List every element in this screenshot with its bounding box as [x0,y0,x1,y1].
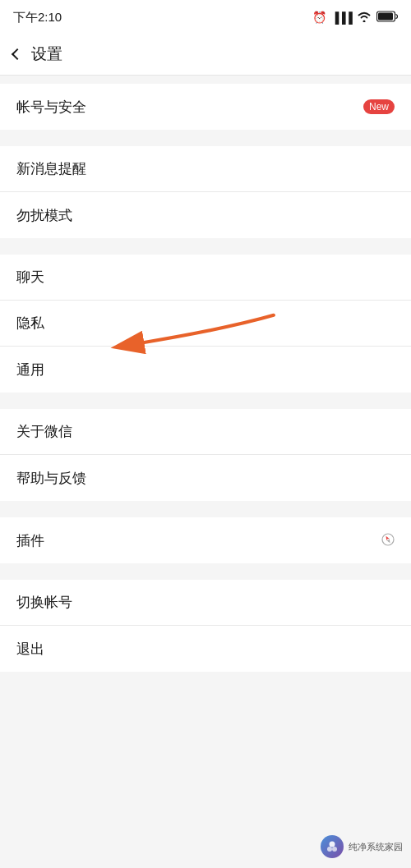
chat-label: 聊天 [16,268,395,287]
settings-wrapper: 帐号与安全 New 新消息提醒 勿扰模式 聊天 隐私 通用 关于微信 帮助与反馈 [0,84,411,696]
title-bar: 设置 [0,33,411,76]
svg-point-2 [382,534,394,545]
about-label: 关于微信 [16,422,395,441]
settings-item-about[interactable]: 关于微信 [0,409,411,455]
settings-group-notification: 新消息提醒 勿扰模式 [0,146,411,238]
group-spacer-1 [0,130,411,138]
settings-item-notification[interactable]: 新消息提醒 [0,146,411,192]
group-spacer-5 [0,563,411,572]
logout-label: 退出 [16,640,395,659]
back-arrow-icon [12,48,23,59]
settings-item-general[interactable]: 通用 [0,347,411,393]
general-label: 通用 [16,361,395,379]
page-title: 设置 [31,44,62,65]
svg-marker-4 [386,539,391,544]
privacy-label: 隐私 [16,314,395,333]
watermark: 纯净系统家园 [321,835,403,858]
svg-point-6 [330,842,335,847]
settings-item-switch-account[interactable]: 切换帐号 [0,580,411,626]
svg-rect-1 [378,12,393,20]
help-label: 帮助与反馈 [16,469,395,488]
notification-label: 新消息提醒 [16,159,395,178]
battery-icon [376,11,398,25]
group-spacer-2 [0,238,411,246]
account-label: 帐号与安全 [16,98,357,117]
settings-item-chat[interactable]: 聊天 [0,255,411,301]
status-icons: ⏰ ▐▐▐ [312,11,398,25]
settings-item-plugins[interactable]: 插件 [0,517,411,563]
group-spacer-6 [0,672,411,696]
watermark-icon [321,835,344,858]
svg-point-7 [327,847,332,852]
wifi-icon [357,11,372,25]
settings-item-account[interactable]: 帐号与安全 New [0,84,411,130]
svg-point-8 [332,847,337,852]
switch-account-label: 切换帐号 [16,593,395,612]
settings-item-help[interactable]: 帮助与反馈 [0,455,411,501]
settings-group-chat: 聊天 隐私 通用 [0,255,411,393]
plugins-label: 插件 [16,531,378,550]
group-spacer-3 [0,393,411,401]
settings-group-account: 帐号与安全 New [0,84,411,130]
dnd-label: 勿扰模式 [16,206,395,225]
settings-item-logout[interactable]: 退出 [0,626,411,672]
group-spacer-4 [0,501,411,509]
settings-group-switch: 切换帐号 退出 [0,580,411,672]
status-bar: 下午2:10 ⏰ ▐▐▐ [0,0,411,33]
compass-icon [381,533,395,549]
settings-item-privacy[interactable]: 隐私 [0,301,411,347]
status-time: 下午2:10 [13,10,62,25]
watermark-text: 纯净系统家园 [349,841,403,853]
svg-marker-3 [385,535,390,540]
settings-group-plugins: 插件 [0,517,411,563]
signal-icon: ▐▐▐ [331,11,352,24]
new-badge: New [363,99,395,114]
back-button[interactable] [13,50,21,58]
settings-group-about: 关于微信 帮助与反馈 [0,409,411,501]
alarm-icon: ⏰ [312,11,326,24]
settings-item-dnd[interactable]: 勿扰模式 [0,192,411,238]
